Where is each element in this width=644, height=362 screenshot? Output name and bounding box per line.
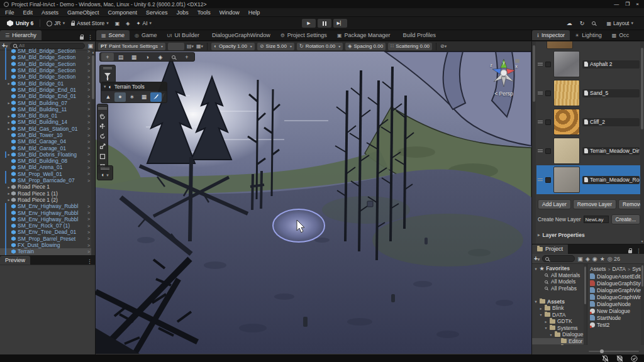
filter-funnel-icon[interactable] xyxy=(104,73,111,77)
projection-mode-label[interactable]: < Persp xyxy=(485,90,523,97)
layer-checkbox[interactable] xyxy=(545,148,551,154)
hierarchy-item[interactable]: SM_Prop_Well_01 > xyxy=(0,171,95,177)
project-tree-item[interactable]: ▸ Blink xyxy=(532,305,587,312)
hierarchy-item[interactable]: SM_Bld_Bridge_Section > xyxy=(0,61,95,67)
brush-tool-icon[interactable] xyxy=(150,92,162,102)
inspector-tab[interactable]: ▩ Occ xyxy=(607,30,635,40)
layer-name-field[interactable]: Sand_5 xyxy=(582,89,640,97)
hierarchy-item[interactable]: Terrain > xyxy=(0,248,95,255)
inspector-scrollbar-right[interactable]: ▼ xyxy=(640,41,644,244)
menu-item[interactable]: Tools xyxy=(197,9,211,16)
hierarchy-item[interactable]: SM_Bld_Garage_01 > xyxy=(0,145,95,151)
progress-ok-icon[interactable] xyxy=(631,355,638,362)
x-axis-cone[interactable] xyxy=(506,69,515,74)
inspector-tab[interactable]: ☀ Lighting xyxy=(570,30,607,40)
project-file-item[interactable]: DialogueGraphStyl xyxy=(590,280,644,287)
zoom-tool-icon[interactable] xyxy=(167,53,180,61)
panel-menu-icon[interactable]: ⋮ xyxy=(636,248,641,254)
project-tree-item[interactable]: Editor xyxy=(532,338,587,345)
drag-handle-icon[interactable] xyxy=(538,63,543,65)
drag-handle-icon[interactable] xyxy=(103,67,112,69)
hierarchy-item[interactable]: SM_Bld_Bridge_Section > xyxy=(0,48,95,54)
remove-layer-button[interactable]: Remove Layer xyxy=(573,199,616,209)
hierarchy-item[interactable]: SM_Bld_Building_11 > xyxy=(0,106,95,112)
version-control-button[interactable]: ◈ xyxy=(123,19,133,28)
editor-tab[interactable]: ⚙ Project Settings xyxy=(275,30,332,40)
panel-menu-icon[interactable]: ⋮ xyxy=(87,258,92,265)
scene-canvas[interactable]: + ▤ ▦ ◑ ◈ + ▾ ▾ ◐ Terrain Tools xyxy=(96,52,531,354)
project-file-item[interactable]: DialogueNode xyxy=(590,300,644,307)
edit-filter-icon[interactable]: ◉ xyxy=(592,256,597,262)
unity-hub-button[interactable]: Unity 6 xyxy=(4,19,36,28)
menu-item[interactable]: GameObject xyxy=(67,9,99,16)
menu-item[interactable]: File xyxy=(5,9,14,16)
editor-tab[interactable]: ▣ Package Manager xyxy=(332,30,396,40)
maximize-button[interactable]: ❐ xyxy=(625,1,630,7)
hand-tool-icon[interactable] xyxy=(98,112,107,121)
close-button[interactable]: × xyxy=(636,1,639,7)
open-in-search-icon[interactable]: ▣ xyxy=(577,256,583,262)
lock-icon[interactable] xyxy=(628,250,632,253)
foliage-tool-icon[interactable]: ∗ xyxy=(126,92,138,102)
expand-arrow[interactable]: ▾ xyxy=(539,312,543,317)
hierarchy-item[interactable]: SM_Bld_Bridge_Section > xyxy=(0,74,95,80)
hierarchy-item[interactable]: ▸ SM_Bld_Debris_Floating > xyxy=(0,151,95,158)
lock-icon[interactable] xyxy=(80,36,84,40)
hierarchy-item[interactable]: ▸ Road Piece 1 (2) xyxy=(0,197,95,203)
editor-tab[interactable]: ▦ Scene xyxy=(96,30,130,40)
menu-item[interactable]: Component xyxy=(108,9,138,16)
expand-arrow[interactable]: ▸ xyxy=(6,120,11,124)
move-tool-icon[interactable] xyxy=(98,122,107,131)
tab-project[interactable]: Project xyxy=(532,244,568,254)
hierarchy-item[interactable]: SM_Bld_Bridge_Section > xyxy=(0,54,95,60)
opacity-control[interactable]: ◐Opacity 1.00▾ xyxy=(211,43,255,50)
drag-handle-icon[interactable] xyxy=(538,92,543,94)
ai-dropdown[interactable]: ✦ AI▾ xyxy=(133,19,155,28)
expand-arrow[interactable]: ▾ xyxy=(549,332,553,337)
menu-item[interactable]: Help xyxy=(248,9,260,16)
project-search-input[interactable] xyxy=(542,255,575,262)
layer-properties-foldout[interactable]: ▸ Layer Properties xyxy=(536,232,641,238)
editor-tab[interactable]: DialogueGraphWindow xyxy=(204,30,275,40)
layer-thumbnail[interactable] xyxy=(553,51,580,77)
grid-toggle-icon[interactable]: ▦ xyxy=(128,53,140,61)
paint-tool-icon[interactable]: ● xyxy=(114,92,126,102)
details-tool-icon[interactable]: ▦ xyxy=(138,92,150,102)
expand-arrow[interactable]: ▸ xyxy=(6,101,11,105)
inspector-scrollbar-left[interactable] xyxy=(532,41,536,244)
cloud-icon[interactable]: ☁ xyxy=(567,20,572,26)
layers-icon[interactable]: ◈ xyxy=(154,53,167,61)
gizmo-lock-icon[interactable] xyxy=(515,59,519,63)
breadcrumb[interactable]: Assets > DATA > Syste xyxy=(590,265,644,273)
rotation-control[interactable]: ↻Rotation 0.00▾ xyxy=(297,43,343,50)
hierarchy-item[interactable]: SM_Bld_Bridge_Section > xyxy=(0,67,95,74)
hierarchy-item[interactable]: SM_Env_Rock_07 (1) > xyxy=(0,222,95,229)
play-button[interactable]: ▶ xyxy=(302,19,316,28)
project-tree-item[interactable]: ▾ Assets xyxy=(532,299,587,305)
hierarchy-item[interactable]: ▸ SM_Bld_Bridge_01 > xyxy=(0,80,95,86)
scene-orientation-gizmo[interactable]: y x z < Persp xyxy=(485,58,523,99)
expand-arrow[interactable]: ▸ xyxy=(539,306,543,310)
expand-arrow[interactable]: ▾ xyxy=(534,266,538,271)
expand-arrow[interactable]: ▸ xyxy=(6,185,11,189)
add-layer-button[interactable]: Add Layer xyxy=(538,199,571,209)
layer-thumbnail[interactable] xyxy=(553,109,580,135)
menu-item[interactable]: Edit xyxy=(23,9,33,16)
create-asset-button[interactable]: +▾ xyxy=(534,255,540,262)
terrain-layer-row[interactable]: Sand_5 xyxy=(536,79,641,107)
layer-name-field[interactable]: Terrain_Meadow_Roc xyxy=(582,176,640,184)
expand-arrow[interactable]: ▾ xyxy=(544,326,548,330)
brush-options-dropdown[interactable]: ⊘▾ xyxy=(440,43,447,49)
hierarchy-item[interactable]: ▸ SM_Bld_Building_14 > xyxy=(0,119,95,125)
search-icon[interactable] xyxy=(592,21,596,25)
layer-thumbnail[interactable] xyxy=(553,138,580,164)
tab-hierarchy[interactable]: ☰ Hierarchy xyxy=(0,30,42,40)
hierarchy-item[interactable]: ▸ Road Piece 1 (1) xyxy=(0,190,95,197)
create-layer-button[interactable]: Create... xyxy=(611,214,641,224)
layout-dropdown[interactable]: ▦ Layout▾ xyxy=(603,19,636,28)
step-button[interactable]: ▶▏ xyxy=(333,19,347,28)
camera-settings-icon[interactable]: ▤ xyxy=(114,53,127,61)
hierarchy-item[interactable]: SM_Bld_Building_08 > xyxy=(0,158,95,164)
tree-scrollbar[interactable] xyxy=(584,264,587,345)
expand-arrow[interactable]: ▸ xyxy=(6,114,11,118)
